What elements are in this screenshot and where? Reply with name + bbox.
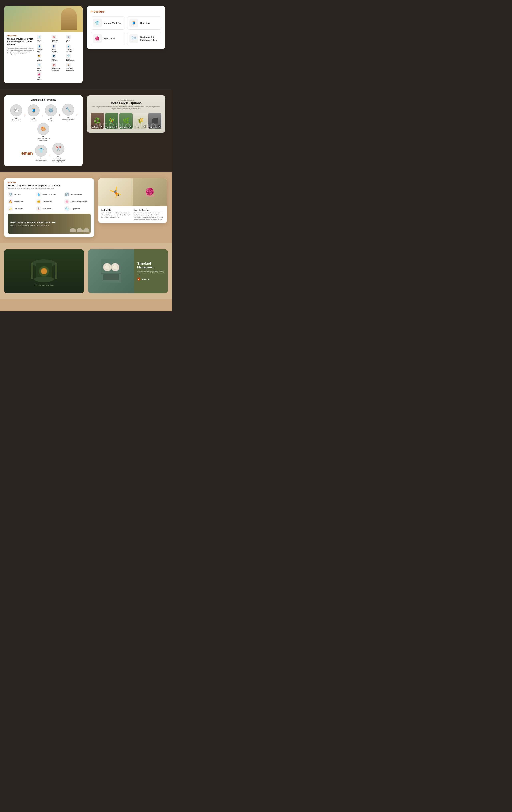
skin-images: 🤸 🧶: [98, 178, 167, 206]
step-label-3: Spin yarn: [48, 119, 54, 121]
list-item: 👗 Women'sTops: [37, 44, 50, 52]
wool-fabric-label: WoolFabric: [37, 77, 41, 80]
list-item: 👙 Women'sUnderwear: [52, 35, 65, 43]
moisture-icon: 💧: [36, 192, 41, 197]
knitting-machine-image: Circular Knit Machine: [4, 249, 84, 293]
step-arrow-6: ‹: [49, 149, 50, 156]
fabric-card: All Renewable Products More Fabric Optio…: [87, 95, 166, 133]
list-item: 🛡️ Slim proof: [8, 192, 34, 197]
section-4: Circular Knit Machine StandardManagem...: [0, 243, 172, 299]
view-more-button[interactable]: ▶ View More: [137, 277, 165, 281]
features-hero: Great Design & Function – FOR DAILY LIFE…: [8, 213, 91, 234]
wool-tshirt-icon: 👕: [37, 63, 41, 67]
list-item: 🤲 Skin feels soft: [36, 199, 62, 204]
features-card: Merino Wool Fit into any wardrobe as a g…: [4, 178, 94, 237]
oem-body: What we do? We can provide you with full…: [4, 32, 83, 83]
wool-accessories-label: WoolAccessories: [66, 58, 75, 62]
list-item: 🩱 Women'sBottoms: [66, 44, 80, 52]
soft-skin-desc: Merino wool is known to be gentle and so…: [101, 212, 132, 219]
clean-label: Easy to clean: [71, 208, 80, 209]
list-item: 🧣 Wool Jacket/Sportswear: [52, 63, 65, 71]
step-num-4: 04.: [67, 116, 69, 118]
list-item: 👖 Men'sBottoms: [52, 44, 65, 52]
mens-bottoms-icon: 👖: [52, 44, 56, 49]
list-item: 🧵 02. Spin yarn: [27, 105, 40, 121]
spin-yarn-label: Spin Yarn: [140, 22, 150, 24]
step-arrow-4: ›: [77, 109, 77, 116]
features-title: Fit into any wardrobe as a great base la…: [8, 184, 91, 187]
knitting-machine-card: Circular Knit Machine: [4, 249, 84, 293]
step-label-5: Dyeing print and soft finishing fabric: [36, 138, 50, 141]
oem-grid: 👕 Men'sUnderwear 👙 Women'sUnderwear 👔 Me…: [37, 35, 79, 80]
step-label-4: Knit and inspection fabric: [61, 118, 75, 122]
soft-icon: 🤲: [36, 199, 41, 204]
procedure-grid: 👕 Merino Wool Top 🧵 Spin Yarn 🧶 Knit Fab…: [91, 17, 162, 45]
wrinkle-label: Anti-wrinkles: [15, 208, 23, 209]
warm-cool-icon: 🌡️: [36, 206, 41, 211]
functional-sportswear-label: FunctionalSportswear: [66, 67, 74, 71]
slim-proof-icon: 🛡️: [8, 192, 13, 197]
bottom-section: [0, 299, 172, 311]
list-item: ✨ Anti-wrinkles: [8, 206, 34, 211]
list-item: 🧒 KidsApparel: [37, 54, 50, 62]
wool-sportswear-label: Wool Jacket/Sportswear: [52, 67, 60, 71]
womens-bottoms-label: Women'sBottoms: [66, 49, 73, 52]
wool-fabric-icon: 🧶: [37, 72, 41, 77]
wool-tshirt-label: WoolT-shirt: [37, 67, 41, 71]
management-title: StandardManagem...: [137, 262, 165, 269]
step-num-2: 02.: [33, 117, 35, 119]
soft-label: Skin feels soft: [42, 201, 52, 202]
management-card: StandardManagem... The process of managi…: [88, 249, 168, 293]
bambocharcoal-plus-icon[interactable]: +: [158, 125, 161, 128]
list-item: 🧥 WoolSweater: [52, 54, 65, 62]
oem-title: We can provide you with full clothing OD…: [7, 37, 35, 46]
wool-sportswear-icon: 🧣: [52, 63, 56, 67]
section-1: What we do? We can provide you with full…: [0, 0, 172, 89]
circular-steps-row: 🐑 01. Merino Wool › 🧵 02. Spin yarn ›: [7, 104, 80, 141]
oem-desc: Your design & specifications are welcome…: [7, 47, 35, 55]
management-desc: The process of managing staffing, direct…: [137, 271, 165, 275]
womens-underwear-icon: 👙: [52, 35, 56, 39]
merino-wool-top-icon: 👕: [93, 19, 102, 27]
oem-what-label: What we do?: [7, 35, 35, 37]
wool-texture-image: 🧶: [133, 178, 167, 206]
oem-col: What we do? We can provide you with full…: [4, 6, 83, 83]
skin-col: 🤸 🧶 Soft to Skin Merino wool is known to…: [98, 178, 167, 223]
list-item: 👕 Men'sUnderwear: [37, 35, 50, 43]
step-icon-1: 🐑: [10, 105, 22, 116]
step-circle-6: ✂️: [52, 143, 64, 155]
mens-underwear-label: Men'sUnderwear: [37, 39, 44, 43]
list-item: 🧶 WoolFabric: [37, 72, 50, 80]
yarn-machine-svg: [99, 257, 123, 285]
list-item: ⚙️ 03. Spin yarn: [44, 105, 58, 121]
warm-cool-label: Warm & Cool: [42, 208, 51, 209]
wool-accessories-icon: 🧤: [66, 54, 70, 58]
step-icon-2: 🧵: [28, 105, 39, 116]
step-circle-4: 🔧: [62, 104, 74, 116]
easy-care-section: Easy to Care for All our merino wool pro…: [134, 209, 164, 220]
list-item: 🧵 Spin Yarn: [127, 17, 162, 30]
list-item: 👔 Men'sTops: [66, 35, 80, 43]
step-circle-3: ⚙️: [45, 105, 57, 116]
sheep-1: [70, 228, 76, 232]
svg-point-10: [105, 265, 110, 269]
features-hero-title: Great Design & Function – FOR DAILY LIFE: [10, 221, 56, 224]
step-num-1: 01.: [15, 117, 18, 119]
step-label-6: Inspect fabric/Cutting/Flatlock sewing/P…: [51, 157, 65, 163]
kids-apparel-label: KidsApparel: [37, 58, 42, 62]
list-item: ✂️ 06. Inspect fabric/Cutting/Flatlock s…: [51, 143, 65, 163]
elasticity-icon: 🔄: [64, 192, 69, 197]
step-icon-7: 👕: [35, 145, 47, 156]
svg-rect-14: [103, 274, 119, 280]
list-item: 👕 WoolT-shirt: [37, 63, 50, 71]
sheep-2: [77, 228, 83, 232]
list-item: 🧶 Knit Fabric: [91, 32, 125, 45]
fabric-desc: Your design & specifications are welcome…: [91, 106, 162, 110]
fire-icon: 🔥: [8, 199, 13, 204]
merino-wool-top-label: Merino Wool Top: [104, 22, 121, 24]
easy-care-title: Easy to Care for: [134, 209, 164, 211]
oem-hero-image: [4, 6, 83, 32]
step-num-7: 07.: [40, 157, 42, 159]
step-num-5: 05.: [42, 136, 45, 138]
list-item: 🔥 Fire resistant: [8, 199, 34, 204]
